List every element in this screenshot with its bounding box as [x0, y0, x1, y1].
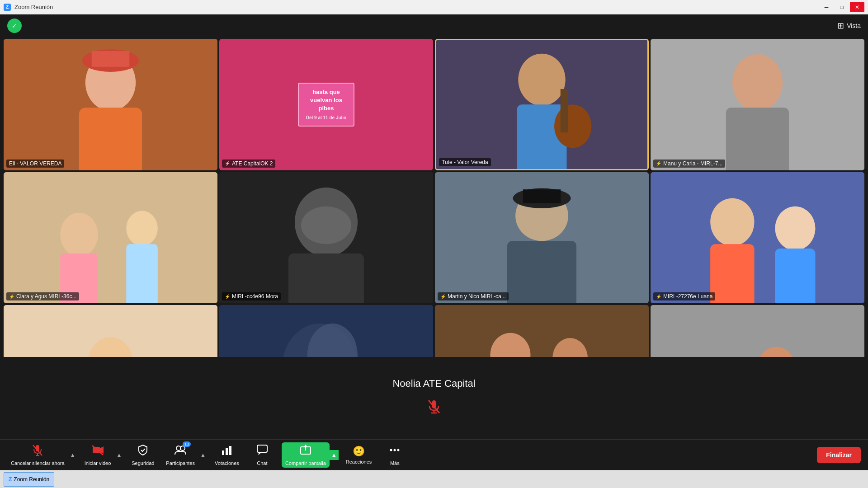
speaker-mute-icon	[426, 399, 442, 418]
speaker-name-display: Noelia ATE Capital	[392, 378, 475, 389]
video-arrow-button[interactable]: ▲	[114, 450, 123, 460]
mute-arrow-button[interactable]: ▲	[68, 450, 77, 460]
svg-rect-17	[126, 244, 158, 303]
video-button[interactable]: Iniciar video	[81, 442, 115, 468]
participant-label-ate2: ⚡ ATE CapitalOK 2	[222, 160, 275, 168]
participant-cell-clara: ⚡ Clara y Agus MIRL-36c...	[4, 172, 217, 304]
svg-rect-25	[523, 189, 561, 203]
window-title: Zoom Reunión	[14, 4, 53, 10]
svg-rect-57	[93, 447, 100, 453]
muted-icon-ate2: ⚡	[225, 161, 230, 166]
participant-cell-mora: ⚡ MIRL-cc4e96 Mora	[219, 172, 433, 304]
more-label: Más	[390, 460, 400, 466]
more-button[interactable]: Más	[379, 442, 410, 468]
reactions-icon: 🙂	[353, 446, 365, 457]
participants-arrow-button[interactable]: ▲	[198, 450, 208, 460]
participant-cell-eli: Eli - VALOR VEREDA	[4, 39, 217, 170]
participant-label-martin: ⚡ Martin y Nico MIRL-ca...	[438, 292, 509, 300]
participant-label-mora: ⚡ MIRL-cc4e96 Mora	[222, 292, 281, 300]
close-button[interactable]: ✕	[850, 2, 864, 12]
zoom-header: ✓ ⊞ Vista	[0, 14, 868, 37]
mute-button[interactable]: Cancelar silenciar ahora	[7, 442, 68, 468]
svg-rect-65	[257, 445, 267, 452]
mute-arrow-icon: ▲	[70, 452, 75, 458]
reactions-button[interactable]: 🙂 Reacciones	[342, 444, 375, 466]
svg-rect-64	[229, 446, 231, 455]
muted-icon-mora: ⚡	[225, 294, 230, 299]
svg-rect-13	[4, 172, 217, 304]
svg-point-6	[518, 54, 565, 106]
participant-name-tute: Tute - Valor Vereda	[442, 159, 488, 165]
svg-rect-63	[226, 448, 228, 455]
participant-label-luana: ⚡ MIRL-27276e Luana	[653, 292, 715, 300]
svg-point-30	[775, 206, 815, 250]
empty-speaker-area: Noelia ATE Capital	[0, 357, 868, 438]
mute-label: Cancelar silenciar ahora	[11, 460, 65, 466]
chat-icon	[256, 444, 268, 459]
window-controls: ─ □ ✕	[819, 2, 864, 12]
svg-point-11	[732, 54, 783, 111]
svg-point-8	[554, 104, 591, 148]
participant-label-eli: Eli - VALOR VEREDA	[6, 160, 64, 168]
participants-control: 13 Participantes ▲	[162, 442, 208, 468]
reactions-label: Reacciones	[346, 459, 372, 465]
mute-icon	[32, 444, 43, 459]
participant-name-manu: Manu y Carla - MIRL-7...	[663, 160, 722, 167]
participant-label-tute: Tute - Valor Vereda	[439, 158, 491, 166]
vista-button[interactable]: ⊞ Vista	[837, 21, 861, 31]
svg-rect-27	[651, 172, 864, 304]
svg-point-28	[710, 198, 754, 246]
svg-rect-4	[92, 51, 129, 67]
participant-label-clara: ⚡ Clara y Agus MIRL-36c...	[6, 292, 79, 300]
video-label: Iniciar video	[85, 460, 111, 466]
share-button[interactable]: Compartir pantalla	[282, 442, 330, 468]
chat-label: Chat	[257, 460, 267, 466]
participants-button[interactable]: 13 Participantes	[162, 442, 198, 468]
taskbar-zoom-icon: Z	[9, 476, 12, 483]
mute-control: Cancelar silenciar ahora ▲	[7, 442, 77, 468]
participants-label: Participantes	[166, 460, 195, 466]
security-button[interactable]: Seguridad	[127, 442, 159, 468]
security-label: Seguridad	[132, 460, 154, 466]
svg-point-14	[60, 212, 98, 256]
more-icon	[389, 444, 401, 459]
svg-rect-31	[775, 249, 815, 304]
minimize-button[interactable]: ─	[819, 2, 834, 12]
participant-name-luana: MIRL-27276e Luana	[663, 293, 712, 300]
end-meeting-button[interactable]: Finalizar	[817, 447, 861, 463]
muted-icon-clara: ⚡	[9, 294, 14, 299]
svg-point-73	[397, 449, 400, 451]
title-bar: Z Zoom Reunión ─ □ ✕	[0, 0, 868, 14]
participant-cell-manu: ⚡ Manu y Carla - MIRL-7...	[651, 39, 864, 170]
participant-name-clara: Clara y Agus MIRL-36c...	[16, 293, 76, 300]
muted-icon-martin: ⚡	[440, 294, 446, 299]
svg-marker-70	[304, 445, 307, 447]
voting-label: Votaciones	[215, 460, 239, 466]
taskbar-zoom-label: Zoom Reunión	[14, 476, 49, 483]
share-arrow-button[interactable]: ▲	[330, 450, 339, 460]
svg-rect-20	[288, 253, 364, 304]
participants-count: 13	[183, 441, 191, 447]
svg-rect-26	[507, 241, 576, 303]
svg-rect-29	[710, 244, 754, 303]
svg-rect-9	[561, 89, 568, 132]
app-window: Z Zoom Reunión ─ □ ✕ ✓ ⊞ Vista	[0, 0, 868, 488]
restore-button[interactable]: □	[835, 2, 849, 12]
share-icon	[300, 444, 311, 459]
voting-button[interactable]: Votaciones	[211, 442, 243, 468]
svg-rect-2	[79, 108, 142, 170]
svg-point-16	[126, 211, 158, 246]
title-bar-left: Z Zoom Reunión	[4, 4, 53, 11]
video-control: Iniciar video ▲	[81, 442, 124, 468]
svg-point-71	[390, 449, 392, 451]
participants-icon: 13	[175, 444, 186, 459]
toolbar: Cancelar silenciar ahora ▲ In	[0, 439, 868, 470]
share-label: Compartir pantalla	[285, 460, 326, 466]
taskbar-zoom-item[interactable]: Z Zoom Reunión	[4, 472, 54, 487]
chat-button[interactable]: Chat	[246, 442, 278, 468]
voting-icon	[221, 444, 233, 459]
svg-rect-12	[726, 108, 789, 170]
participants-arrow-icon: ▲	[200, 452, 206, 458]
grid-icon: ⊞	[837, 21, 844, 31]
participant-name-ate2: ATE CapitalOK 2	[232, 160, 273, 167]
